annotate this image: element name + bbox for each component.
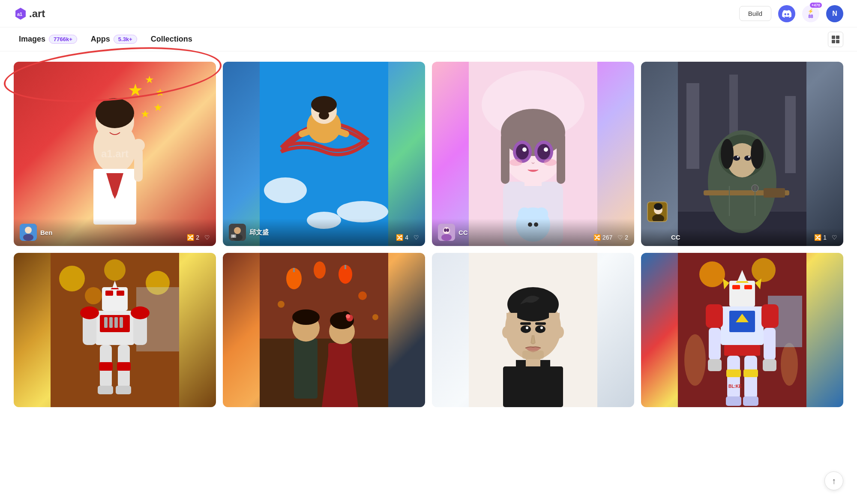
image-content-5 (14, 253, 216, 407)
gallery-item-3[interactable]: CC 🔀 267 ♡ 2 (432, 62, 634, 246)
svg-point-123 (372, 314, 378, 320)
svg-rect-179 (726, 369, 741, 377)
tab-collections-label: Collections (151, 35, 192, 44)
image-content-6 (223, 253, 425, 407)
svg-point-77 (751, 139, 764, 169)
svg-rect-111 (117, 362, 131, 371)
svg-rect-101 (109, 317, 113, 328)
remix-icon-3: 🔀 (593, 234, 601, 241)
svg-point-156 (752, 258, 776, 282)
remix-icon-2: 🔀 (396, 234, 403, 241)
svg-marker-135 (322, 356, 358, 407)
header-right: Build +470 ⚡ 88 N (739, 5, 843, 22)
svg-point-24 (264, 177, 307, 203)
tab-apps-badge: 5.3k+ (114, 35, 137, 44)
svg-rect-110 (99, 362, 113, 371)
svg-text:★: ★ (153, 102, 163, 113)
gallery-item-8[interactable]: BL:KE (641, 253, 843, 407)
tab-apps[interactable]: Apps 5.3k+ (86, 32, 142, 46)
gallery-item-5[interactable] (14, 253, 216, 407)
svg-rect-113 (116, 386, 131, 394)
tab-images-badge: 7766k+ (49, 35, 77, 44)
svg-text:★: ★ (128, 81, 143, 99)
remix-icon-4: 🔀 (814, 234, 821, 241)
svg-point-21 (25, 227, 32, 234)
gallery-overlay-4: CC 🔀 1 ♡ (641, 228, 843, 246)
svg-rect-95 (117, 291, 124, 296)
svg-rect-181 (726, 396, 741, 406)
remix-count-2: 🔀 4 (396, 234, 408, 241)
discord-icon (782, 10, 791, 18)
svg-point-72 (733, 156, 740, 161)
layout-icon (831, 35, 840, 44)
user-avatar[interactable]: N (826, 5, 843, 22)
svg-point-62 (444, 228, 446, 232)
like-btn-4[interactable]: ♡ (832, 234, 837, 241)
svg-point-155 (699, 261, 725, 287)
svg-point-74 (737, 156, 739, 158)
svg-point-43 (501, 109, 565, 156)
svg-point-152 (502, 326, 511, 338)
svg-point-149 (526, 327, 528, 329)
svg-point-89 (104, 259, 126, 281)
user-avatar-1 (20, 224, 37, 241)
gallery-item-4[interactable]: CC 🔀 1 ♡ (641, 62, 843, 246)
svg-point-34 (234, 227, 241, 234)
svg-rect-166 (744, 285, 752, 289)
user-name-4: CC (671, 234, 680, 241)
svg-point-153 (555, 326, 564, 338)
svg-point-122 (358, 291, 367, 300)
remix-count-1: 🔀 2 (187, 234, 199, 241)
svg-rect-45 (557, 132, 565, 184)
svg-rect-5 (836, 40, 839, 43)
svg-point-121 (278, 301, 285, 308)
svg-point-158 (781, 343, 798, 386)
svg-point-148 (535, 325, 545, 333)
svg-rect-119 (345, 265, 346, 269)
tab-images[interactable]: Images 7766k+ (14, 32, 82, 46)
scroll-to-top-button[interactable]: ↑ (824, 471, 843, 490)
user-avatar-2 (229, 224, 246, 241)
svg-rect-79 (764, 188, 785, 198)
gallery-overlay-1: Ben 🔀 2 ♡ (14, 219, 216, 246)
svg-rect-151 (522, 351, 544, 359)
avatar-img-2 (229, 224, 246, 241)
gallery-item-1[interactable]: ★ ★ ★ ★ ★ (14, 62, 216, 246)
svg-rect-44 (501, 132, 509, 184)
tab-collections[interactable]: Collections (146, 32, 198, 46)
lightning-button[interactable]: +470 ⚡ 88 (802, 5, 819, 22)
svg-rect-94 (105, 291, 113, 296)
logo-text: .art (29, 8, 45, 20)
gallery-stats-4: 🔀 1 ♡ (814, 234, 837, 241)
tab-apps-label: Apps (91, 35, 110, 44)
like-btn-3[interactable]: ♡ 2 (617, 234, 628, 241)
svg-point-157 (684, 334, 706, 386)
build-button[interactable]: Build (739, 6, 771, 21)
gallery-image-7 (432, 253, 634, 407)
svg-point-150 (540, 327, 543, 329)
gallery: ★ ★ ★ ★ ★ (0, 51, 857, 417)
gallery-item-6[interactable] (223, 253, 425, 407)
logo[interactable]: a1 .art (14, 7, 45, 21)
user-name-3: CC (458, 229, 468, 236)
svg-point-19 (132, 139, 145, 152)
image-content-4 (641, 62, 843, 246)
like-btn-2[interactable]: ♡ (414, 234, 419, 241)
discord-button[interactable] (778, 5, 795, 22)
gallery-item-7[interactable] (432, 253, 634, 407)
gallery-item-2[interactable]: 邱文盛 🔀 4 ♡ (223, 62, 425, 246)
svg-rect-67 (729, 75, 738, 139)
svg-point-30 (319, 111, 329, 120)
user-inset-avatar-4 (647, 201, 668, 222)
svg-point-52 (509, 159, 522, 166)
svg-rect-65 (686, 83, 699, 169)
svg-rect-100 (104, 317, 108, 328)
gallery-user-4: CC (647, 234, 680, 241)
like-btn-1[interactable]: ♡ (204, 234, 210, 241)
layout-toggle-button[interactable] (828, 32, 843, 47)
svg-rect-102 (114, 317, 118, 328)
image-content-7 (432, 253, 634, 407)
gallery-image-4 (641, 62, 843, 246)
gallery-overlay-2: 邱文盛 🔀 4 ♡ (223, 219, 425, 246)
svg-point-50 (522, 147, 527, 152)
